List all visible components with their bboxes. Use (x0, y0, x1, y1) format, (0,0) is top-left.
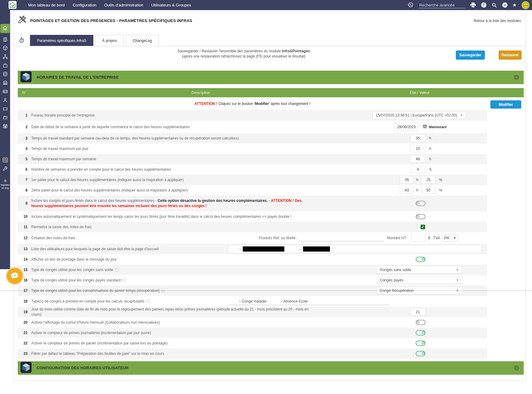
attention-row: ATTENTION ! Cliquez sur le bouton 'Modif… (18, 97, 487, 110)
row-description: Jour du mois utilisé comme date de fin d… (31, 307, 313, 317)
gear-icon[interactable] (513, 365, 519, 372)
row-number: 13 (20, 247, 28, 251)
tab-changelog[interactable]: ChangeLog (126, 35, 159, 46)
number-input[interactable]: 35 (410, 135, 425, 142)
history-icon[interactable] (408, 2, 414, 8)
info-icon[interactable]: i (146, 299, 150, 303)
back-to-modules-link[interactable]: Retour à la liste des modules (474, 19, 521, 23)
sidebar-item-bank[interactable] (0, 79, 10, 88)
amount-input[interactable] (411, 234, 425, 242)
toggle-on[interactable] (416, 351, 425, 356)
report-bug-button[interactable]: Signalerun bug (0, 179, 10, 190)
remove-chip-icon[interactable]: × (239, 247, 241, 251)
toggle-off[interactable] (416, 214, 425, 219)
page: Mon tableau de bordConfigurationOutils d… (0, 0, 532, 394)
number-input[interactable]: 43 (400, 187, 414, 194)
number-input[interactable]: 35 (400, 176, 414, 184)
row-number: 6 (20, 167, 28, 172)
sidebar-item-coins[interactable] (0, 70, 10, 79)
section-title: CONFIGURATION DES HORAIRES UTILISATEUR (37, 366, 129, 370)
tab--propos[interactable]: À propos (95, 35, 124, 46)
number-input[interactable]: 21 (410, 308, 425, 316)
star-icon[interactable]: ★ (512, 3, 517, 8)
menu-item[interactable]: Outils d'administration (104, 3, 143, 7)
chat-feedback-button[interactable] (7, 268, 23, 284)
modify-button[interactable]: Modifier (490, 100, 521, 109)
search-icon[interactable] (491, 2, 497, 8)
tools-icon (17, 15, 28, 27)
sidebar-item-briefcase[interactable] (0, 61, 10, 71)
row-description: Type(s) de congés à prendre en compte po… (31, 299, 150, 304)
menu-item[interactable]: Mon tableau de bord (28, 3, 65, 7)
sidebar-item-ticket[interactable] (0, 105, 10, 114)
info-icon[interactable]: i (115, 268, 118, 272)
briefcase-icon (2, 63, 8, 69)
col-num: N° (22, 91, 26, 95)
tab-param-tres-sp-cifiques-infras[interactable]: Paramètres spécifiques InfraS (30, 35, 93, 46)
remove-chip-icon[interactable]: × (299, 247, 301, 251)
print-icon[interactable] (470, 2, 476, 8)
toggle-off[interactable] (416, 201, 425, 206)
svg-text:infraS: infraS (523, 4, 528, 6)
sidebar-item-cube[interactable] (0, 44, 10, 53)
setting-row-3: 3 Temps de travail standard par semaine … (18, 133, 487, 143)
setting-row-8: 8 2ème palier pour le calcul des heures … (18, 185, 487, 195)
number-input[interactable]: 10 (410, 145, 425, 153)
tag[interactable]: × Congé maladie (239, 299, 267, 303)
product-ref-input[interactable] (300, 235, 384, 241)
home-icon (2, 25, 8, 32)
number-input[interactable]: 4 (410, 166, 425, 173)
leave-types-tags-input[interactable]: × Congé maladie× Absence Ecole (228, 298, 389, 305)
sidebar-item-wrench[interactable] (0, 165, 10, 174)
plus-icon[interactable]: + (502, 2, 508, 8)
sidebar-item-user[interactable] (0, 96, 10, 105)
row-description: Fuseau horaire principal de l'entreprise (31, 113, 95, 118)
row-description: Filtrer par défaut le tableau "Préparati… (31, 351, 164, 356)
info-icon[interactable]: i (161, 289, 165, 292)
user-list-input[interactable]: ×× (228, 245, 482, 253)
menu-item[interactable]: Configuration (73, 3, 96, 7)
sidebar-item-sitemap[interactable] (0, 53, 10, 62)
leave-type-select[interactable]: Congé Récupération▼ (377, 287, 462, 295)
row-number: 12 (20, 236, 28, 240)
menu-item[interactable]: Utilisateurs & Groupes (151, 3, 191, 7)
row-number: 1 (20, 113, 28, 117)
sidebar-item-building[interactable] (0, 35, 10, 45)
number-input[interactable]: 50 (421, 187, 436, 194)
gear-icon[interactable] (513, 74, 519, 82)
sidebar-item-money-check[interactable] (0, 87, 10, 97)
number-input[interactable]: 48 (410, 155, 425, 163)
date-input[interactable]: 28/08/2023 (395, 123, 418, 131)
sidebar-item-folder[interactable] (0, 113, 10, 123)
vat-select[interactable]: 0%▼ (442, 235, 458, 241)
number-input[interactable]: 25 (421, 176, 436, 184)
info-icon[interactable]: i (122, 278, 126, 282)
sidebar-item-home[interactable] (0, 24, 10, 33)
checkbox-checked[interactable]: ✓ (421, 225, 425, 229)
bank-icon (2, 80, 8, 87)
apps-colored-icon (2, 157, 8, 164)
row-description: Inclure automatiquement et systématiquem… (31, 214, 291, 219)
toggle-on[interactable] (416, 330, 425, 336)
toggle-on[interactable] (416, 341, 425, 346)
leave-type-select[interactable]: Congés payés▼ (377, 276, 462, 284)
sidebar-item-apps-colored[interactable] (0, 156, 10, 165)
save-button[interactable]: Sauvegarder (456, 50, 485, 60)
calendar-icon[interactable] (423, 124, 427, 130)
tag[interactable]: × Absence Ecole (281, 299, 308, 303)
timezone-select[interactable]: 15/07/2025 13:36:51 | Europe/Paris (UTC … (373, 111, 466, 119)
toggle-on[interactable] (416, 257, 425, 262)
restore-button[interactable]: Restaurer (499, 50, 522, 60)
row-description: Activer le compteur de primes de panier … (31, 341, 168, 346)
redacted-chip (303, 247, 330, 252)
search-input[interactable] (419, 2, 465, 8)
app-logo-icon[interactable] (9, 1, 17, 9)
leave-type-select[interactable]: Congés sans solde▼ (377, 266, 462, 274)
now-button[interactable]: Maintenant (429, 125, 447, 129)
toggle-off[interactable] (416, 320, 425, 325)
user-icon (2, 97, 8, 104)
sidebar-item-calendar[interactable] (0, 122, 10, 131)
help-icon[interactable]: ? (481, 2, 486, 8)
row-number: 4 (20, 147, 28, 151)
avatar[interactable]: infraS (522, 1, 530, 9)
